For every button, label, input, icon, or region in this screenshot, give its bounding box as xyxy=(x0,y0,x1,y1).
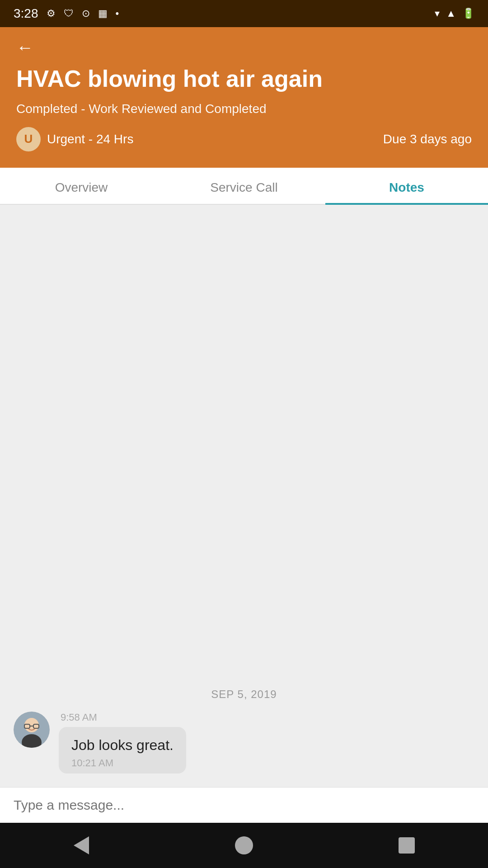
notes-content: SEP 5, 2019 xyxy=(0,205,488,787)
messages-area: 9:58 AM Job looks great. 10:21 AM xyxy=(0,712,488,787)
shield-icon: 🛡 xyxy=(64,8,74,19)
signal-icon: ▲ xyxy=(446,8,456,19)
status-text: Completed - Work Reviewed and Completed xyxy=(16,102,472,116)
home-nav-icon xyxy=(235,836,253,854)
settings-icon: ⚙ xyxy=(47,8,56,19)
status-bar-left: 3:28 ⚙ 🛡 ⊙ ▦ • xyxy=(14,6,119,21)
back-nav-button[interactable] xyxy=(68,832,95,859)
page-header: ← HVAC blowing hot air again Completed -… xyxy=(0,27,488,168)
header-meta: U Urgent - 24 Hrs Due 3 days ago xyxy=(16,127,472,151)
notes-spacer xyxy=(0,205,488,675)
message-group: 9:58 AM Job looks great. 10:21 AM xyxy=(14,712,474,774)
message-bubble-container: 9:58 AM Job looks great. 10:21 AM xyxy=(59,712,186,774)
tab-bar: Overview Service Call Notes xyxy=(0,168,488,205)
message-input[interactable] xyxy=(14,797,474,813)
wifi-icon: ▾ xyxy=(435,8,440,19)
priority-badge: U Urgent - 24 Hrs xyxy=(16,127,133,151)
recent-nav-icon xyxy=(399,837,415,854)
message-sent-time: 10:21 AM xyxy=(71,757,174,769)
priority-icon: U xyxy=(16,127,41,151)
dot-icon: • xyxy=(116,8,119,19)
due-label: Due 3 days ago xyxy=(383,132,472,146)
page-title: HVAC blowing hot air again xyxy=(16,66,472,93)
message-text: Job looks great. xyxy=(71,737,174,754)
tab-notes[interactable]: Notes xyxy=(325,168,488,204)
avatar xyxy=(14,712,50,748)
status-bar-right: ▾ ▲ 🔋 xyxy=(435,8,474,19)
time-display: 3:28 xyxy=(14,6,38,21)
back-button[interactable]: ← xyxy=(16,38,33,57)
tab-service-call[interactable]: Service Call xyxy=(163,168,325,204)
recent-nav-button[interactable] xyxy=(393,832,420,859)
back-nav-icon xyxy=(74,836,89,854)
up-arrow-icon: ⊙ xyxy=(82,8,90,19)
message-bubble: Job looks great. 10:21 AM xyxy=(59,727,186,774)
bottom-nav xyxy=(0,823,488,868)
menu-icon: ▦ xyxy=(98,8,108,19)
status-bar: 3:28 ⚙ 🛡 ⊙ ▦ • ▾ ▲ 🔋 xyxy=(0,0,488,27)
message-time-received: 9:58 AM xyxy=(61,712,186,723)
message-input-bar[interactable] xyxy=(0,787,488,823)
home-nav-button[interactable] xyxy=(230,832,258,859)
date-separator: SEP 5, 2019 xyxy=(0,675,488,712)
priority-label: Urgent - 24 Hrs xyxy=(47,132,133,146)
battery-icon: 🔋 xyxy=(462,8,474,19)
tab-overview[interactable]: Overview xyxy=(0,168,163,204)
